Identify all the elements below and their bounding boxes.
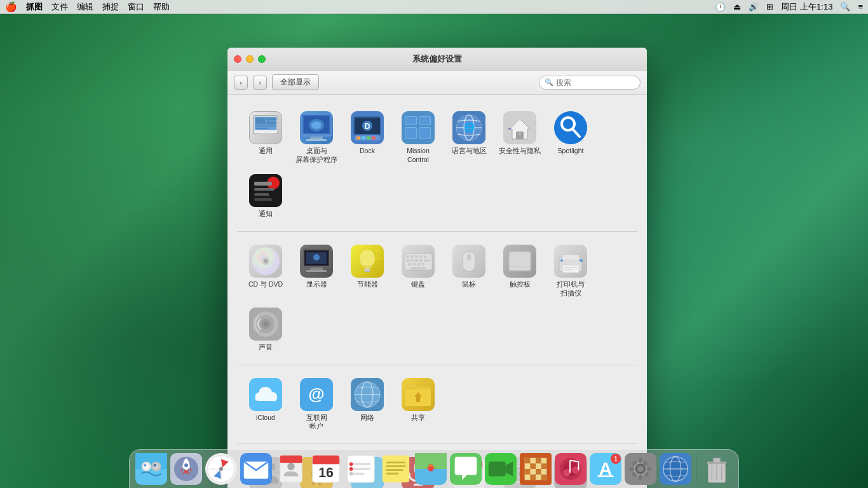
svg-rect-84 xyxy=(408,263,411,266)
svg-rect-96 xyxy=(562,255,579,260)
notify-icon xyxy=(249,174,282,207)
search-menubar-icon[interactable]: 🔍 xyxy=(840,2,850,11)
svg-rect-212 xyxy=(525,458,531,464)
close-button[interactable] xyxy=(234,55,241,63)
security-icon xyxy=(503,111,536,144)
menu-capture[interactable]: 捕捉 xyxy=(102,1,119,13)
window-title: 系统偏好设置 xyxy=(412,53,462,65)
menu-help[interactable]: 帮助 xyxy=(153,1,170,13)
dock-mail[interactable] xyxy=(240,452,273,485)
svg-rect-50 xyxy=(254,182,272,186)
svg-rect-201 xyxy=(386,473,398,475)
svg-line-69 xyxy=(357,250,359,252)
pref-sharing[interactable]: 共享 xyxy=(393,373,444,436)
pref-spotlight[interactable]: Spotlight xyxy=(545,106,596,169)
app-name[interactable]: 抓图 xyxy=(26,1,43,13)
pref-general[interactable]: 通用 xyxy=(240,106,291,169)
pref-mission[interactable]: MissionControl xyxy=(393,106,444,169)
dock-facetime[interactable] xyxy=(484,452,517,485)
svg-rect-74 xyxy=(406,255,409,258)
svg-point-205 xyxy=(428,466,433,471)
window-toolbar: ‹ › 全部显示 🔍 xyxy=(227,71,647,95)
pref-dock[interactable]: D Dock xyxy=(342,106,393,169)
dock-trash[interactable] xyxy=(700,452,733,485)
pref-internet[interactable]: @ 互联网帐户 xyxy=(291,373,342,436)
maximize-button[interactable] xyxy=(258,55,266,63)
pref-mouse[interactable]: 鼠标 xyxy=(444,240,494,302)
dock-chess[interactable] xyxy=(519,452,552,485)
pref-keyboard[interactable]: 键盘 xyxy=(393,240,444,302)
search-box[interactable]: 🔍 xyxy=(539,76,641,90)
apple-menu[interactable]: 🍎 xyxy=(5,1,17,13)
svg-rect-183 xyxy=(278,461,280,465)
minimize-button[interactable] xyxy=(246,55,254,63)
volume-icon[interactable]: 🔊 xyxy=(749,2,759,11)
svg-point-165 xyxy=(154,464,156,466)
search-input[interactable] xyxy=(556,78,635,87)
pref-security[interactable]: 安全性与隐私 xyxy=(494,106,545,169)
menu-file[interactable]: 文件 xyxy=(51,1,68,13)
pref-network[interactable]: 网络 xyxy=(342,373,393,436)
pref-cd[interactable]: CD 与 DVD xyxy=(240,240,291,302)
svg-rect-159 xyxy=(135,453,167,459)
svg-rect-6 xyxy=(256,128,268,129)
pref-icloud[interactable]: iCloud xyxy=(240,373,291,436)
pref-lang[interactable]: 🌐 语言与地区 xyxy=(444,106,494,169)
svg-point-162 xyxy=(144,463,150,470)
dock-sysprefs[interactable] xyxy=(624,452,657,485)
svg-point-168 xyxy=(184,463,188,467)
dock-network[interactable] xyxy=(659,452,692,485)
keyboard-label: 键盘 xyxy=(411,280,425,289)
back-button[interactable]: ‹ xyxy=(234,76,248,90)
dock-finder[interactable] xyxy=(135,452,168,485)
timemachine-icon[interactable]: 🕐 xyxy=(715,2,726,12)
svg-rect-200 xyxy=(386,469,403,471)
svg-rect-82 xyxy=(419,259,423,262)
svg-rect-93 xyxy=(510,252,530,270)
grid-icon[interactable]: ⊞ xyxy=(766,2,773,11)
dock-calendar[interactable]: 16 xyxy=(309,452,342,485)
svg-point-45 xyxy=(554,111,587,144)
svg-rect-198 xyxy=(386,461,406,463)
svg-point-196 xyxy=(349,472,353,476)
pref-energy[interactable]: 节能器 xyxy=(342,240,393,302)
dock-itunes[interactable] xyxy=(554,452,587,485)
display-icon xyxy=(300,245,333,278)
list-icon[interactable]: ≡ xyxy=(858,2,863,11)
menu-edit[interactable]: 编辑 xyxy=(77,1,93,13)
dock-addressbook[interactable] xyxy=(275,452,308,485)
svg-rect-53 xyxy=(254,198,272,201)
eject-icon[interactable]: ⏏ xyxy=(733,2,741,11)
pref-desktop[interactable]: 桌面与屏幕保护程序 xyxy=(291,106,342,169)
cd-label: CD 与 DVD xyxy=(248,280,283,289)
dock-label: Dock xyxy=(360,147,375,156)
svg-point-64 xyxy=(313,254,320,261)
svg-rect-219 xyxy=(541,475,547,480)
dock-maps[interactable] xyxy=(414,452,447,485)
divider-2 xyxy=(237,365,637,365)
show-all-button[interactable]: 全部显示 xyxy=(272,74,319,90)
pref-notify[interactable]: 通知 xyxy=(240,169,291,224)
dock-messages[interactable] xyxy=(449,452,482,485)
forward-button[interactable]: › xyxy=(253,76,267,90)
svg-point-182 xyxy=(287,463,295,470)
pref-sound[interactable]: 声音 xyxy=(240,302,291,357)
svg-rect-234 xyxy=(639,458,642,463)
menubar: 🍎 抓图 文件 编辑 捕捉 窗口 帮助 🕐 ⏏ 🔊 ⊞ 周日 上午1:13 🔍 … xyxy=(0,0,868,14)
dock-appstore[interactable]: A 1 xyxy=(589,452,622,485)
pref-display[interactable]: 显示器 xyxy=(291,240,342,302)
svg-point-233 xyxy=(637,466,644,472)
svg-rect-44 xyxy=(508,128,511,130)
sound-icon xyxy=(249,308,282,341)
dock-reminders[interactable] xyxy=(344,452,377,485)
menu-window[interactable]: 窗口 xyxy=(128,1,144,13)
dock-safari[interactable] xyxy=(205,452,238,485)
svg-rect-19 xyxy=(356,137,360,140)
svg-rect-4 xyxy=(266,121,276,124)
pref-trackpad[interactable]: 触控板 xyxy=(494,240,545,302)
dock-launchpad[interactable] xyxy=(170,452,203,485)
svg-text:16: 16 xyxy=(318,465,334,480)
svg-rect-66 xyxy=(364,269,370,271)
pref-printer[interactable]: 打印机与扫描仪 xyxy=(545,240,596,302)
dock-notes[interactable] xyxy=(379,452,412,485)
